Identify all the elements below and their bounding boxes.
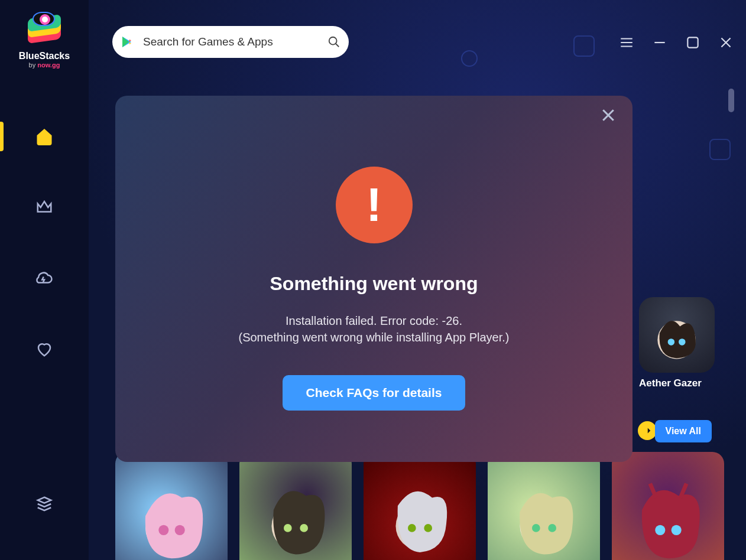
modal-message-line: Installation failed. Error code: -26. <box>238 312 509 329</box>
nav-home[interactable] <box>0 122 89 151</box>
maximize-icon <box>685 35 700 50</box>
nav-premium[interactable] <box>0 193 89 222</box>
game-card[interactable] <box>364 452 476 560</box>
game-tile-art <box>639 297 715 373</box>
view-all-label: View All <box>666 426 701 436</box>
svg-point-6 <box>158 525 168 535</box>
svg-point-9 <box>283 524 291 532</box>
cloud-bolt-icon <box>35 269 53 287</box>
nav-list <box>0 122 89 364</box>
carousel-next-button[interactable] <box>638 421 657 440</box>
alert-icon: ! <box>336 167 413 243</box>
hamburger-menu-button[interactable] <box>618 34 635 51</box>
close-window-button[interactable] <box>718 34 734 51</box>
brand-logo[interactable]: BlueStacks by now.gg <box>19 11 70 69</box>
svg-point-19 <box>671 525 681 535</box>
search-input[interactable] <box>143 35 319 48</box>
window-controls <box>618 34 734 51</box>
search-box[interactable] <box>112 26 349 58</box>
bluestacks-logo-icon <box>27 11 62 46</box>
svg-point-7 <box>174 525 184 535</box>
modal-message-line: (Something went wrong while installing A… <box>238 329 509 346</box>
stack-icon <box>35 495 53 513</box>
check-faqs-label: Check FAQs for details <box>306 386 442 399</box>
scrollbar-thumb[interactable] <box>728 89 734 112</box>
svg-point-10 <box>300 524 308 532</box>
maximize-button[interactable] <box>685 34 701 51</box>
search-icon <box>327 35 340 48</box>
minimize-icon <box>652 35 667 50</box>
modal-close-button[interactable] <box>598 105 618 125</box>
svg-point-4 <box>679 338 686 346</box>
topbar <box>89 0 746 83</box>
svg-rect-1 <box>687 37 698 47</box>
crown-icon <box>35 198 53 216</box>
menu-icon <box>619 35 634 50</box>
arrow-right-icon <box>642 425 653 436</box>
brand-subtitle: by now.gg <box>29 61 60 69</box>
minimize-button[interactable] <box>651 34 668 51</box>
modal-message: Installation failed. Error code: -26. (S… <box>238 312 509 346</box>
svg-point-16 <box>548 524 556 532</box>
nav-favorites[interactable] <box>0 334 89 364</box>
svg-point-3 <box>668 338 675 346</box>
scrollbar[interactable] <box>728 89 734 554</box>
heart-icon <box>35 340 53 358</box>
close-icon <box>599 106 617 124</box>
error-modal: ! Something went wrong Installation fail… <box>115 96 633 462</box>
game-card[interactable] <box>239 452 352 560</box>
nav-library[interactable] <box>0 489 89 519</box>
game-card[interactable] <box>612 452 724 560</box>
svg-point-12 <box>407 524 416 532</box>
svg-point-15 <box>531 524 540 532</box>
view-all-button[interactable]: View All <box>655 420 712 442</box>
sidebar: BlueStacks by now.gg <box>0 0 89 560</box>
modal-title: Something went wrong <box>270 273 478 295</box>
game-card[interactable] <box>115 452 228 560</box>
brand-name: BlueStacks <box>19 51 70 61</box>
close-icon <box>718 35 734 50</box>
game-card[interactable] <box>488 452 600 560</box>
svg-point-18 <box>655 525 665 535</box>
check-faqs-button[interactable]: Check FAQs for details <box>283 375 466 411</box>
svg-point-13 <box>424 524 432 532</box>
svg-point-0 <box>329 37 337 45</box>
home-icon <box>35 128 53 145</box>
nav-cloud[interactable] <box>0 263 89 293</box>
game-tile-aether-gazer[interactable]: Aether Gazer <box>639 297 715 389</box>
google-play-icon <box>121 35 135 49</box>
